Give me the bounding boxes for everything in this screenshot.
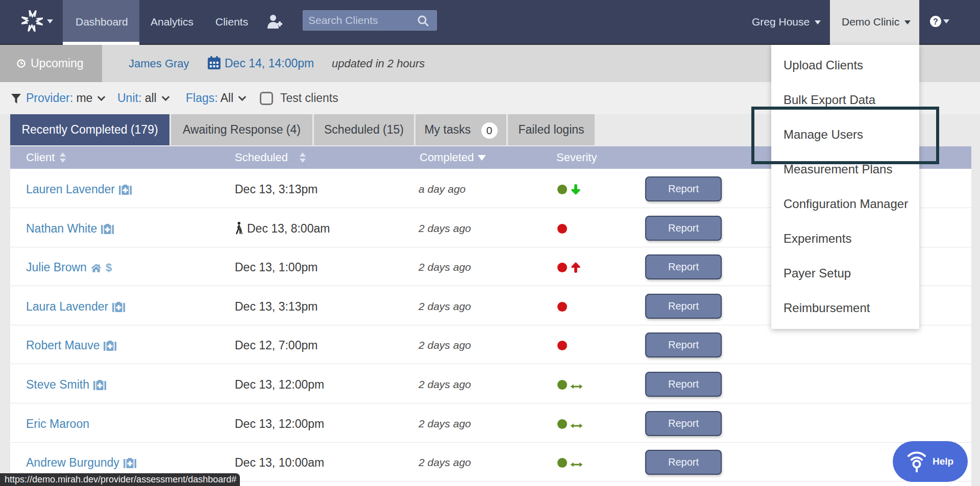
svg-text:?: ? [933, 17, 938, 26]
